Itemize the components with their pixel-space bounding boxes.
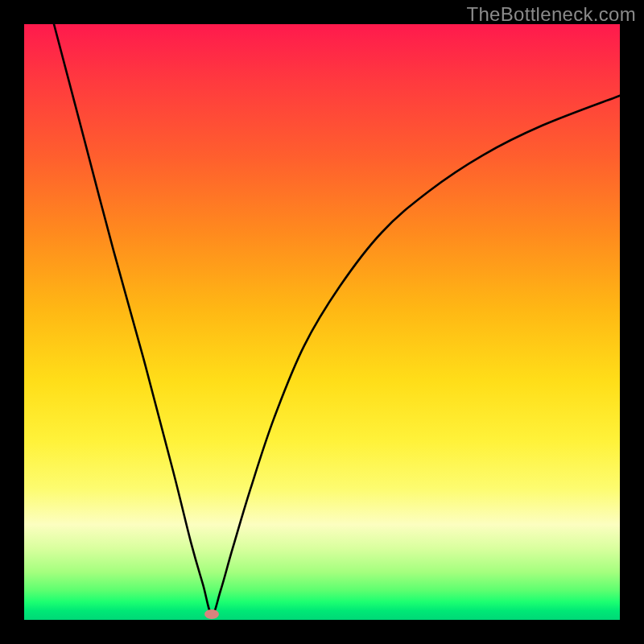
bottleneck-curve	[24, 24, 620, 620]
chart-frame: TheBottleneck.com	[0, 0, 644, 644]
optimal-point-marker	[204, 609, 219, 619]
plot-area	[24, 24, 620, 620]
watermark-text: TheBottleneck.com	[466, 3, 636, 26]
